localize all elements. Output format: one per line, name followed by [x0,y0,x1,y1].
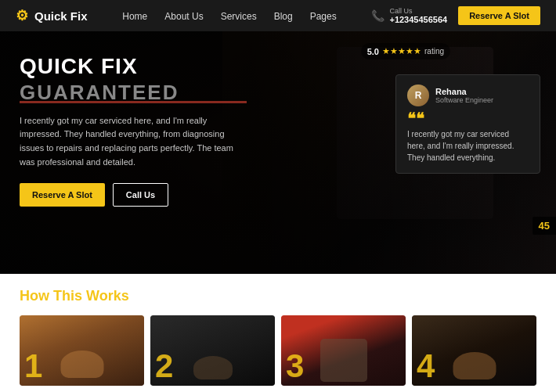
nav-right: 📞 Call Us +12345456564 Reserve A Slot [371,6,540,25]
nav-item-about[interactable]: About Us [164,9,203,23]
card-1-number: 1 [24,350,42,383]
how-title-plain: How This [20,288,82,304]
rating-stars: ★★★★★ [382,46,421,56]
logo-text: Quick Fix [34,9,88,23]
navbar: ⚙ Quick Fix Home About Us Services Blog … [0,0,556,31]
nav-item-services[interactable]: Services [221,9,257,23]
avatar: R [407,85,429,106]
phone-icon: 📞 [371,9,385,22]
how-card-4: 4 [412,315,536,386]
how-title-highlight: Works [86,288,129,304]
rating-label: rating [424,47,444,56]
call-label: Call Us [389,7,447,15]
how-section: How This Works 1 2 3 4 [0,274,556,392]
hero-title: QUICK FIX [20,55,247,79]
call-hero-button[interactable]: Call Us [113,183,168,207]
author-role: Software Engineer [435,96,493,104]
quote-mark: ❝❝ [407,113,529,125]
side-badge: 45 [533,217,556,235]
rating-score: 5.0 [367,47,379,56]
nav-item-home[interactable]: Home [122,9,147,23]
nav-links: Home About Us Services Blog Pages [122,9,336,23]
nav-item-pages[interactable]: Pages [310,9,337,23]
rating-badge: 5.0 ★★★★★ rating [361,43,450,59]
testimonial-author: R Rehana Software Engineer [407,85,529,106]
card-3-number: 3 [286,350,304,383]
testimonial-text: I recently got my car serviced here, and… [407,128,529,164]
author-name: Rehana [435,87,493,96]
hero-section: 5.0 ★★★★★ rating R Rehana Software Engin… [0,31,556,274]
nav-call: 📞 Call Us +12345456564 [371,7,447,24]
reserve-nav-button[interactable]: Reserve A Slot [458,6,540,25]
hero-subtitle: GUARANTEED [20,81,247,105]
logo: ⚙ Quick Fix [16,7,88,24]
card-2-number: 2 [155,350,173,383]
hero-description: I recently got my car serviced here, and… [20,114,239,169]
how-card-2: 2 [150,315,275,386]
hero-content: QUICK FIX GUARANTEED I recently got my c… [0,31,266,230]
card-4-number: 4 [417,350,435,383]
how-card-3: 3 [281,315,406,386]
nav-item-blog[interactable]: Blog [274,9,293,23]
how-card-1: 1 [20,315,144,386]
reserve-hero-button[interactable]: Reserve A Slot [20,183,105,207]
call-number: +12345456564 [389,15,447,24]
how-title: How This Works [20,288,536,304]
how-cards: 1 2 3 4 [20,315,536,386]
gear-icon: ⚙ [16,7,28,24]
testimonial-card: R Rehana Software Engineer ❝❝ I recently… [395,74,540,174]
hero-buttons: Reserve A Slot Call Us [20,183,247,207]
